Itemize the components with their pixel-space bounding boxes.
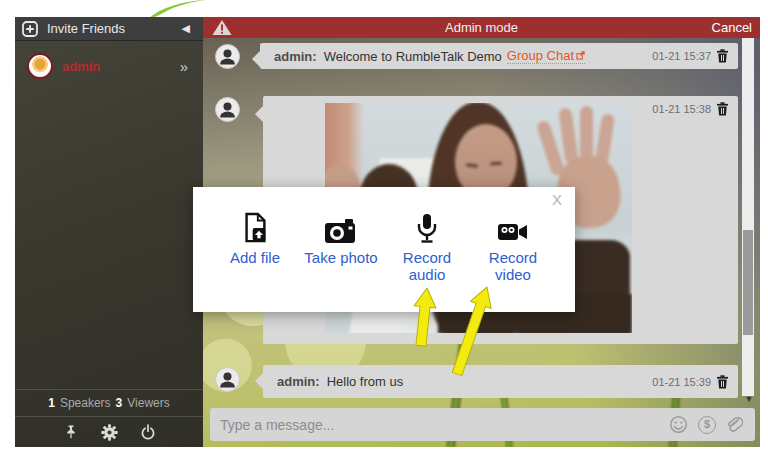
video-camera-icon (470, 211, 556, 244)
message-avatar (215, 367, 240, 392)
message-time: 01-21 15:39 (652, 376, 711, 388)
chat-scrollbar[interactable] (742, 38, 754, 396)
record-audio-button[interactable]: Record audio (384, 211, 470, 284)
sidebar-collapse-icon[interactable]: ◀ (182, 22, 190, 35)
close-icon[interactable]: X (552, 191, 562, 208)
rumbletalk-chat-window: Invite Friends ◀ admin » 1 Speakers 3 Vi… (0, 0, 768, 458)
online-stats: 1 Speakers 3 Viewers (15, 389, 203, 416)
add-file-button[interactable]: Add file (212, 211, 298, 284)
record-video-label: Record video (485, 249, 541, 284)
message-input[interactable] (210, 408, 669, 441)
message-meta: 01-21 15:37 (652, 43, 729, 69)
message-time: 01-21 15:37 (652, 50, 711, 62)
pin-icon[interactable] (63, 424, 79, 440)
invite-friends-label: Invite Friends (47, 21, 125, 36)
add-file-label: Add file (212, 249, 298, 266)
plus-icon (22, 21, 38, 37)
sidebar: Invite Friends ◀ admin » 1 Speakers 3 Vi… (15, 17, 203, 447)
camera-icon (298, 211, 384, 244)
admin-username: admin (62, 59, 100, 74)
message-author: admin: (277, 374, 320, 389)
emoji-smiley-icon[interactable] (669, 415, 688, 434)
viewers-label: Viewers (127, 396, 169, 410)
delete-message-icon[interactable] (716, 375, 729, 389)
delete-message-icon[interactable] (716, 102, 729, 116)
message-avatar (215, 44, 240, 69)
delete-message-icon[interactable] (716, 49, 729, 63)
cancel-button[interactable]: Cancel (712, 20, 752, 35)
external-link-icon (576, 51, 585, 60)
message-composer: $ (210, 408, 755, 441)
scrollbar-thumb[interactable] (743, 230, 753, 335)
message-time: 01-21 15:38 (652, 103, 711, 115)
viewers-count: 3 (116, 396, 123, 410)
settings-gear-icon[interactable] (101, 424, 118, 441)
chat-message: admin: Welcome to RumbleTalk Demo Group … (260, 43, 738, 69)
sidebar-footer-toolbar (15, 416, 203, 447)
attach-paperclip-icon[interactable] (726, 416, 743, 434)
speakers-label: Speakers (60, 396, 111, 410)
admin-avatar (27, 53, 53, 79)
microphone-icon (384, 211, 470, 244)
record-audio-label: Record audio (399, 249, 455, 284)
record-video-button[interactable]: Record video (470, 211, 556, 284)
user-expand-icon[interactable]: » (180, 58, 187, 75)
file-upload-icon (212, 211, 298, 244)
logout-power-icon[interactable] (140, 424, 156, 440)
take-photo-label: Take photo (298, 249, 384, 266)
take-photo-button[interactable]: Take photo (298, 211, 384, 284)
admin-mode-header: Admin mode Cancel (203, 17, 760, 38)
message-author: admin: (274, 49, 317, 64)
group-chat-link-label: Group Chat (507, 48, 574, 63)
sidebar-user-admin[interactable]: admin » (15, 44, 203, 88)
message-text: Welcome to RumbleTalk Demo (324, 49, 502, 64)
message-text: Hello from us (327, 374, 404, 389)
admin-mode-title: Admin mode (203, 20, 760, 35)
scroll-down-icon[interactable]: ▼ (743, 394, 755, 404)
payment-dollar-icon[interactable]: $ (698, 416, 716, 434)
speakers-count: 1 (48, 396, 55, 410)
group-chat-link[interactable]: Group Chat (507, 48, 585, 64)
share-media-modal: X Add file (193, 187, 575, 312)
invite-friends-button[interactable]: Invite Friends ◀ (15, 17, 203, 41)
message-avatar (215, 97, 240, 122)
share-options: Add file Take photo (193, 187, 575, 284)
message-meta: 01-21 15:38 (652, 96, 729, 122)
message-meta: 01-21 15:39 (652, 365, 729, 398)
chat-message: admin: Hello from us 01-21 15:39 (263, 365, 738, 398)
